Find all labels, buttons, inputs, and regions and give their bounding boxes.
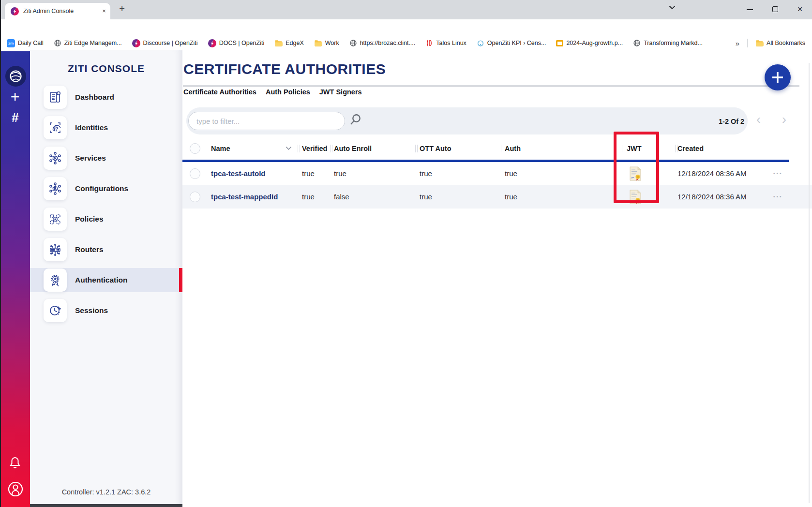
column-header-created[interactable]: Created — [677, 137, 704, 160]
bookmarks-divider — [747, 39, 748, 47]
bookmark-folder-edgex[interactable]: EdgeX — [274, 39, 304, 47]
column-header-auto-enroll[interactable]: Auto Enroll — [334, 137, 372, 160]
window-minimize-button[interactable] — [747, 9, 753, 10]
sidebar-item-identities[interactable]: Identities — [30, 116, 182, 140]
page-title: CERTIFICATE AUTHORITIES — [183, 61, 386, 77]
filter-input[interactable] — [188, 112, 345, 130]
pagination-prev-icon[interactable]: ‹ — [756, 112, 761, 127]
sub-tabs: Certificate Authorities Auth Policies JW… — [183, 86, 362, 96]
fingerprint-icon — [44, 116, 67, 139]
rail-add-button[interactable]: + — [0, 88, 30, 106]
row-checkbox[interactable] — [190, 168, 200, 179]
scrollbar-edge — [809, 63, 810, 503]
tab-title: Ziti Admin Console — [23, 3, 96, 19]
notifications-bell-icon[interactable] — [9, 456, 21, 469]
column-separator[interactable] — [330, 145, 332, 152]
sort-chevron-icon[interactable] — [286, 146, 292, 150]
tab-auth-policies[interactable]: Auth Policies — [266, 86, 310, 96]
add-certificate-authority-button[interactable] — [765, 64, 791, 90]
column-separator[interactable] — [415, 145, 418, 152]
sidebar-item-sessions[interactable]: Sessions — [30, 298, 182, 323]
tab-close-icon[interactable]: × — [100, 7, 108, 15]
version-footer: Controller: v1.2.1 ZAC: 3.6.2 — [30, 488, 182, 496]
bookmark-docs[interactable]: DOCS | OpenZiti — [208, 39, 265, 47]
column-separator[interactable] — [298, 145, 300, 152]
table-row[interactable]: tpca-test-autoId true true true true 12/… — [182, 162, 812, 185]
sidebar-item-services[interactable]: Services — [30, 146, 182, 170]
jwt-column-annotation-rectangle — [614, 132, 659, 203]
tab-certificate-authorities[interactable]: Certificate Authorities — [183, 86, 256, 96]
main-content: CERTIFICATE AUTHORITIES Certificate Auth… — [182, 50, 812, 507]
row-created: 12/18/2024 08:36 AM — [677, 185, 747, 209]
window-maximize-button[interactable] — [772, 6, 778, 12]
bookmark-growth-deck[interactable]: 2024-Aug-growth.p... — [556, 40, 623, 46]
bookmark-brozac[interactable]: https://brozac.clint.... — [349, 39, 416, 47]
row-actions-dots-icon[interactable]: ••• — [773, 185, 783, 209]
bookmark-discourse[interactable]: Discourse | OpenZiti — [132, 39, 198, 47]
table-row[interactable]: tpca-test-mappedId true false true true … — [182, 185, 812, 209]
sidebar-item-authentication[interactable]: Authentication — [30, 268, 182, 292]
globe-icon — [54, 39, 61, 47]
pagination-range: 1-2 Of 2 — [719, 118, 744, 125]
folder-icon — [314, 39, 322, 47]
bookmarks-overflow-chevrons-icon[interactable]: » — [736, 39, 739, 47]
app-title: ZITI CONSOLE — [30, 63, 182, 75]
slides-icon — [556, 40, 563, 46]
tab-jwt-signers[interactable]: JWT Signers — [319, 86, 362, 96]
row-actions-dots-icon[interactable]: ••• — [773, 162, 783, 185]
app-rail: + # — [0, 51, 30, 507]
row-auto-enroll: false — [334, 185, 349, 209]
bookmark-transforming[interactable]: Transforming Markd... — [633, 39, 703, 47]
sidebar-item-routers[interactable]: Routers — [30, 238, 182, 262]
select-all-checkbox[interactable] — [190, 143, 200, 154]
plus-icon — [771, 71, 784, 84]
row-verified: true — [302, 162, 315, 185]
row-name[interactable]: tpca-test-mappedId — [211, 185, 278, 209]
browser-tab[interactable]: Ziti Admin Console × — [5, 3, 110, 19]
column-header-verified[interactable]: Verified — [302, 137, 327, 160]
window-close-button[interactable]: ✕ — [794, 3, 806, 15]
bookmarks-bar: zmDaily Call Ziti Edge Managem... Discou… — [0, 36, 812, 50]
folder-icon — [274, 39, 283, 47]
openziti-icon — [208, 39, 216, 47]
sidebar-item-policies[interactable]: Policies — [30, 207, 182, 231]
new-tab-button[interactable]: + — [116, 3, 128, 15]
row-ott-auto: true — [420, 162, 432, 185]
bookmark-daily-call[interactable]: zmDaily Call — [7, 39, 44, 47]
rail-hash-button[interactable]: # — [0, 110, 30, 125]
column-header-name[interactable]: Name — [211, 137, 230, 160]
zoom-icon: zm — [7, 39, 15, 47]
row-name[interactable]: tpca-test-autoId — [211, 162, 266, 185]
sessions-clock-icon — [44, 299, 67, 322]
sidebar-item-dashboard[interactable]: Dashboard — [30, 85, 182, 109]
pagination-next-icon[interactable]: › — [782, 112, 786, 127]
folder-icon — [755, 39, 764, 47]
account-profile-icon[interactable] — [7, 481, 24, 497]
bookmark-openziti-kpi[interactable]: OpenZiti KPI › Cens... — [477, 39, 546, 47]
sidebar-item-configurations[interactable]: Configurations — [30, 177, 182, 201]
column-header-ott-auto[interactable]: OTT Auto — [420, 137, 451, 160]
openziti-favicon-icon — [11, 7, 19, 15]
routers-icon — [44, 238, 67, 261]
all-bookmarks-button[interactable]: All Bookmarks — [755, 39, 805, 47]
bookmark-talos[interactable]: Talos Linux — [425, 39, 466, 47]
row-created: 12/18/2024 08:36 AM — [677, 162, 747, 185]
talos-icon — [425, 39, 433, 47]
browser-tab-strip: Ziti Admin Console × + ✕ — [0, 0, 812, 19]
bookmark-ziti-edge[interactable]: Ziti Edge Managem... — [54, 39, 122, 47]
globe-icon — [349, 39, 357, 47]
tab-search-chevron-icon[interactable] — [669, 5, 676, 10]
row-verified: true — [302, 185, 315, 209]
openziti-icon — [132, 39, 140, 47]
search-icon[interactable] — [349, 113, 362, 126]
sidebar: ZITI CONSOLE Dashboard Identities Servic… — [30, 50, 182, 507]
bookmark-folder-work[interactable]: Work — [314, 39, 339, 47]
column-separator[interactable] — [501, 145, 503, 152]
row-checkbox[interactable] — [190, 192, 200, 202]
column-header-auth[interactable]: Auth — [505, 137, 521, 160]
configurations-network-icon — [44, 177, 67, 200]
ziti-logo-icon[interactable] — [5, 66, 26, 87]
screenshot-root: Ziti Admin Console × + ✕ ‹ › https://ctr… — [0, 0, 812, 507]
window-edge — [0, 0, 1, 507]
policies-gears-icon — [44, 208, 67, 231]
